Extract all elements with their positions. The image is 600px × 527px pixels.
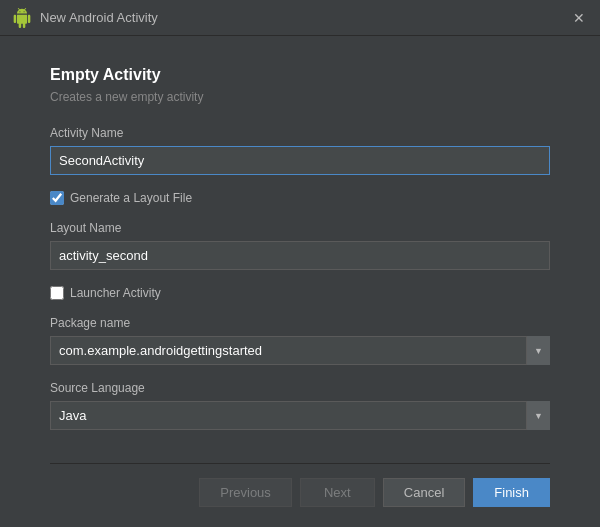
layout-name-input[interactable] [50,241,550,270]
layout-name-label: Layout Name [50,221,550,235]
generate-layout-checkbox[interactable] [50,191,64,205]
source-language-label: Source Language [50,381,550,395]
package-name-select[interactable]: com.example.androidgettingstarted [50,336,550,365]
section-title: Empty Activity [50,66,550,84]
close-button[interactable]: ✕ [570,9,588,27]
package-name-wrapper: com.example.androidgettingstarted [50,336,550,365]
title-bar: New Android Activity ✕ [0,0,600,36]
package-name-label: Package name [50,316,550,330]
title-bar-left: New Android Activity [12,8,158,28]
activity-name-label: Activity Name [50,126,550,140]
generate-layout-row: Generate a Layout File [50,191,550,205]
dialog-title: New Android Activity [40,10,158,25]
launcher-activity-checkbox[interactable] [50,286,64,300]
launcher-activity-label: Launcher Activity [70,286,161,300]
previous-button[interactable]: Previous [199,478,292,507]
dialog-content: Empty Activity Creates a new empty activ… [0,36,600,527]
generate-layout-label: Generate a Layout File [70,191,192,205]
next-button[interactable]: Next [300,478,375,507]
source-language-wrapper: Java Kotlin [50,401,550,430]
activity-name-input[interactable] [50,146,550,175]
android-icon [12,8,32,28]
cancel-button[interactable]: Cancel [383,478,465,507]
source-language-select[interactable]: Java Kotlin [50,401,550,430]
button-bar: Previous Next Cancel Finish [50,463,550,507]
finish-button[interactable]: Finish [473,478,550,507]
section-subtitle: Creates a new empty activity [50,90,550,104]
launcher-activity-row: Launcher Activity [50,286,550,300]
